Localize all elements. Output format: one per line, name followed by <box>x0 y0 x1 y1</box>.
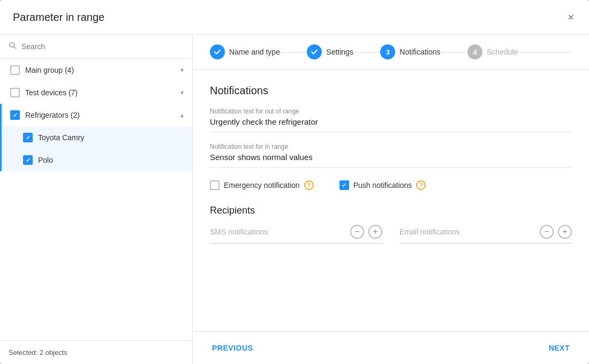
checkbox-refrigerators[interactable] <box>10 110 20 120</box>
step-circle-name-type <box>210 44 225 59</box>
tree-item[interactable]: Test devices (7) ▾ <box>0 81 192 104</box>
email-add-button[interactable]: + <box>558 225 572 239</box>
step-label-notifications: Notifications <box>399 48 440 56</box>
left-panel: Main group (4) ▾ Test devices (7) ▾ Refr… <box>0 35 193 364</box>
tree-item-label: Polo <box>38 156 184 164</box>
checkbox-polo[interactable] <box>23 155 33 165</box>
recipients-title: Recipients <box>210 205 572 216</box>
tree-item[interactable]: Refrigerators (2) ▴ <box>0 104 192 126</box>
push-help-icon[interactable]: ? <box>416 180 426 190</box>
push-notifications-item: Push notifications ? <box>339 180 426 190</box>
out-of-range-value: Urgently check the refrigerator <box>210 117 572 132</box>
tree-item[interactable]: Main group (4) ▾ <box>0 59 192 81</box>
selected-count: Selected: 2 objects <box>9 348 67 357</box>
modal: Parameter in range × <box>0 0 589 364</box>
close-button[interactable]: × <box>565 10 576 25</box>
stepper: Name and type Settings 3 Noti <box>193 35 589 70</box>
modal-overlay: Parameter in range × <box>0 0 589 364</box>
step-connector-3 <box>441 52 467 52</box>
tree-item-label: Toyota Camry <box>38 133 184 142</box>
chevron-down-icon: ▾ <box>180 66 184 74</box>
step-label-schedule: Schedule <box>487 48 518 56</box>
out-of-range-label: Notification text for out of range <box>210 108 572 115</box>
recipients-row: SMS notifications − + Email notification… <box>210 225 572 244</box>
step-name-type: Name and type <box>210 44 280 59</box>
emergency-help-icon[interactable]: ? <box>304 180 314 190</box>
next-button[interactable]: NEXT <box>547 339 572 357</box>
step-connector-4 <box>518 52 572 52</box>
search-bar <box>0 35 192 59</box>
modal-header: Parameter in range × <box>0 0 589 35</box>
right-content: Notifications Notification text for out … <box>193 70 589 331</box>
chevron-down-icon: ▾ <box>180 89 184 96</box>
section-title: Notifications <box>210 85 572 97</box>
email-label: Email notifications <box>399 228 535 236</box>
checkbox-main-group[interactable] <box>10 65 20 75</box>
step-circle-notifications: 3 <box>380 44 395 59</box>
step-notifications: 3 Notifications <box>380 44 440 59</box>
chevron-up-icon: ▴ <box>180 111 184 119</box>
modal-body: Main group (4) ▾ Test devices (7) ▾ Refr… <box>0 35 589 364</box>
step-schedule: 4 Schedule <box>467 44 518 59</box>
checkboxes-row: Emergency notification ? Push notificati… <box>210 180 572 190</box>
tree-item-label: Refrigerators (2) <box>25 111 175 119</box>
step-settings: Settings <box>307 44 353 59</box>
modal-title: Parameter in range <box>13 11 104 24</box>
out-of-range-group: Notification text for out of range Urgen… <box>210 108 572 132</box>
in-range-label: Notification text for in range <box>210 143 572 150</box>
step-label-settings: Settings <box>326 48 353 56</box>
sms-notifications-field: SMS notifications − + <box>210 225 382 244</box>
tree-item-label: Test devices (7) <box>25 88 175 97</box>
checkbox-emergency[interactable] <box>210 180 220 190</box>
sms-add-button[interactable]: + <box>368 225 382 239</box>
push-label: Push notifications <box>353 181 412 189</box>
email-remove-button[interactable]: − <box>540 225 554 239</box>
step-connector-2 <box>353 52 380 52</box>
step-connector-1 <box>280 52 307 52</box>
email-notifications-field: Email notifications − + <box>399 225 572 244</box>
previous-button[interactable]: PREVIOUS <box>210 339 255 357</box>
search-icon <box>9 41 17 52</box>
right-footer: PREVIOUS NEXT <box>193 331 589 364</box>
sms-label: SMS notifications <box>210 228 346 236</box>
checkbox-push[interactable] <box>339 180 349 190</box>
sms-remove-button[interactable]: − <box>350 225 364 239</box>
svg-line-1 <box>14 47 16 49</box>
step-circle-schedule: 4 <box>467 44 482 59</box>
emergency-label: Emergency notification <box>224 181 300 189</box>
in-range-group: Notification text for in range Sensor sh… <box>210 143 572 168</box>
checkbox-test-devices[interactable] <box>10 88 20 97</box>
search-input[interactable] <box>21 42 184 51</box>
tree-item[interactable]: Toyota Camry <box>0 126 192 149</box>
tree-item-label: Main group (4) <box>25 66 175 74</box>
tree-items: Main group (4) ▾ Test devices (7) ▾ Refr… <box>0 59 192 340</box>
tree-item[interactable]: Polo <box>0 149 192 171</box>
step-circle-settings <box>307 44 322 59</box>
in-range-value: Sensor shows normal values <box>210 153 572 168</box>
left-footer: Selected: 2 objects <box>0 340 192 364</box>
checkbox-toyota-camry[interactable] <box>23 133 33 142</box>
right-panel: Name and type Settings 3 Noti <box>193 35 589 364</box>
step-label-name-type: Name and type <box>229 48 280 56</box>
emergency-notification-item: Emergency notification ? <box>210 180 314 190</box>
